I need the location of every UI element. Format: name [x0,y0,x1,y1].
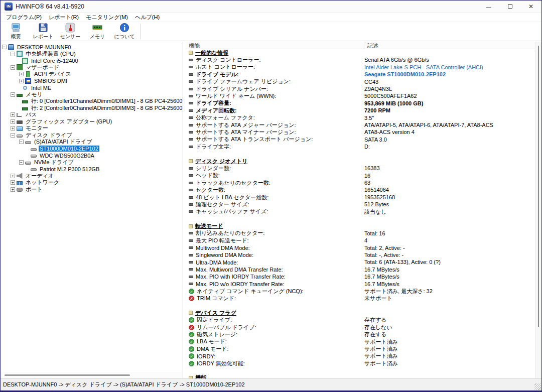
tree-expand-plus-icon[interactable]: + [11,187,15,192]
detail-row[interactable]: ドライブ モデル:Seagate ST1000DM010-2EP102 [186,71,535,78]
tree-expand-plus-icon[interactable]: + [11,126,15,130]
tree-item[interactable]: +モニター [1,125,183,132]
tree-item[interactable]: −(S)ATA/ATAPI ドライブ [1,139,183,146]
tree-item-label: モニター [25,125,49,132]
detail-row[interactable]: サポートする ATA マイナー バージョン:ATA8-ACS version 4 [186,128,535,136]
details-vertical-scrollbar[interactable] [535,42,541,378]
detail-row[interactable]: メディア回転数:7200 RPM [186,107,535,114]
tree-item[interactable]: +SMBIOS DMI [1,78,183,85]
blank-row [186,367,535,374]
tree-collapse-minus-icon[interactable]: − [11,92,15,97]
detail-row[interactable]: シリンダー数:16383 [186,165,535,172]
tree-expand-plus-icon[interactable]: + [19,72,24,76]
menu-item[interactable]: ヘルプ(H) [131,13,163,22]
scrollbar-thumb[interactable] [5,374,130,376]
tree-item[interactable]: −NVMe ドライブ [1,159,183,166]
detail-row[interactable]: ワールド ワイド ネーム (WWN):5000C500AFEF1A62 [186,92,535,99]
toolbar-button-memory[interactable]: メモリ [85,23,110,40]
detail-row[interactable]: ホスト コントローラー:Intel Alder Lake-S PCH - SAT… [186,64,535,71]
detail-row[interactable]: ドライブ文字:D: [186,143,535,150]
scrollbar-thumb[interactable] [538,46,539,327]
toolbar-button-report[interactable]: レポート [31,23,56,40]
tree-item[interactable]: +ネットワーク [1,179,183,186]
tree-expand-plus-icon[interactable]: + [19,79,24,83]
tree-collapse-minus-icon[interactable]: − [11,65,15,70]
detail-row[interactable]: 論理セクター サイズ:512 Bytes [186,201,535,208]
detail-row[interactable]: Max. PIO w/o IORDY Transfer Rate:16.7 MB… [186,281,535,288]
tree-collapse-minus-icon[interactable]: − [19,160,24,165]
detail-row[interactable]: ドライブ シリアル ナンバー:Z9AQ4N3L [186,85,535,92]
tree-item[interactable]: Intel Core i5-12400 [1,57,183,64]
toolbar-button-about[interactable]: について [112,23,137,40]
tree-item[interactable]: +オーディオ [1,173,183,180]
detail-row[interactable]: ✓磁気ストレージ:存在する [186,331,535,338]
tree-item[interactable]: Patriot M.2 P300 512GB [1,166,183,173]
detail-row[interactable]: ✓IORDY 無効化可能:サポート済み [186,360,535,367]
menu-item[interactable]: プログラム(P) [3,13,45,22]
detail-label-text: セクター数: [196,186,225,194]
detail-row[interactable]: ✓DMA モード:サポート済み [186,345,535,352]
detail-row[interactable]: 48 ビット LBA セクター総数:1953525168 [186,194,535,201]
tree-item[interactable]: +ポート [1,186,183,193]
menu-item[interactable]: レポート(R) [45,13,82,22]
tree-item[interactable]: ST1000DM010-2EP102 [1,146,183,153]
tree-item[interactable]: −DESKTOP-MJUNNF0 [1,44,183,51]
detail-row[interactable]: セクター数:16514064 [186,186,535,193]
detail-row[interactable]: ✓IORDY:サポート済み [186,352,535,359]
maximize-button[interactable] [499,1,520,13]
toolbar-button-sensors[interactable]: センサー [58,23,83,40]
tree-expand-plus-icon[interactable]: + [11,174,15,178]
tree-collapse-minus-icon[interactable]: − [2,45,7,49]
tree-item[interactable]: −ディスク ドライブ [1,132,183,139]
tree-expand-plus-icon[interactable]: + [11,180,15,185]
column-header-feature[interactable]: 機能 [186,42,364,49]
tree-item[interactable]: +グラフィックス アダプター (GPU) [1,118,183,125]
tree-collapse-minus-icon[interactable]: − [11,133,15,138]
tree-item[interactable]: −中央処理装置 (CPU) [1,51,183,58]
detail-row[interactable]: サポートする ATA トランスポート バージョン:SATA 3.0 [186,136,535,143]
tree-item[interactable]: +バス [1,111,183,118]
disk-icon [25,141,31,144]
resize-grip-icon[interactable] [534,383,541,390]
close-button[interactable]: ✕ [520,1,541,13]
tree-item[interactable]: Intel ME [1,84,183,91]
tree-item[interactable]: 行: 2 [Controller0ChannelADimm0/DIMM3] - … [1,105,183,112]
column-header-description[interactable]: 記述 [364,42,381,49]
detail-row[interactable]: Max. Multiword DMA Transfer Rate:16.7 MB… [186,266,535,273]
detail-row[interactable]: ドライブ容量:953,869 MiB (1000 GB) [186,100,535,107]
detail-row[interactable]: ✓ネイティブ コマンド キューイング (NCQ):サポート済み, 最大深さ: 3… [186,288,535,295]
detail-row[interactable]: Ultra-DMA Mode:Total: 6 (ATA-133), Activ… [186,258,535,266]
details-panel: 機能 記述 一般的な情報ディスク コントローラー:Serial ATA 6Gb/… [186,42,541,378]
tree-collapse-minus-icon[interactable]: − [11,52,15,56]
detail-row[interactable]: キャッシュ/バッファ サイズ:該当なし [186,208,535,215]
detail-row[interactable]: トラックあたりのセクター数:63 [186,179,535,186]
detail-row[interactable]: Singleword DMA Mode:Total: -, Active: - [186,251,535,258]
detail-row[interactable]: 最大 PIO 転送モード:4 [186,237,535,244]
detail-row[interactable]: ディスク コントローラー:Serial ATA 6Gb/s @ 6Gb/s [186,56,535,63]
detail-row[interactable]: サポートする ATA メジャー バージョン:ATA/ATAPI-5, ATA/A… [186,121,535,128]
detail-row[interactable]: 割り込みあたりのセクター:Total: 16 [186,230,535,237]
tree-horizontal-scrollbar[interactable] [1,372,183,378]
tree-collapse-minus-icon[interactable]: − [19,140,24,144]
detail-row[interactable]: Max. PIO with IORDY Transfer Rate:16.7 M… [186,273,535,280]
tree-item[interactable]: 行: 0 [Controller1ChannelADimm0/DIMM1] - … [1,98,183,105]
tree-expand-plus-icon[interactable]: + [11,119,15,124]
tree-item[interactable]: +ACPI デバイス [1,71,183,78]
tree-item-label: Patriot M.2 P300 512GB [39,166,100,172]
detail-row[interactable]: Multiword DMA Mode:Total: 2, Active: - [186,244,535,251]
tree-item[interactable]: −メモリ [1,91,183,98]
tree-expand-plus-icon[interactable]: + [11,112,15,117]
detail-row[interactable]: ドライブ ファームウェア リビジョン:CC43 [186,78,535,85]
detail-row[interactable]: ヘッド数:16 [186,172,535,179]
minimize-button[interactable] [478,1,499,13]
tree-item[interactable]: −マザーボード [1,64,183,71]
detail-row[interactable]: ✓LBA モード:サポート済み [186,338,535,345]
tree-item-label: NVMe ドライブ [33,159,75,166]
detail-row[interactable]: ✗リムーバブル ドライブ:存在しない [186,324,535,331]
detail-row[interactable]: ✓固定ドライブ:存在する [186,316,535,323]
detail-row[interactable]: 公称フォーム ファクタ:3.5" [186,114,535,121]
tree-item[interactable]: WDC WDS500G2B0A [1,152,183,159]
detail-row[interactable]: ✗TRIM コマンド:未サポート [186,295,535,302]
toolbar-button-summary[interactable]: 概要 [4,23,29,40]
menu-item[interactable]: モニタリング(M) [82,13,131,22]
